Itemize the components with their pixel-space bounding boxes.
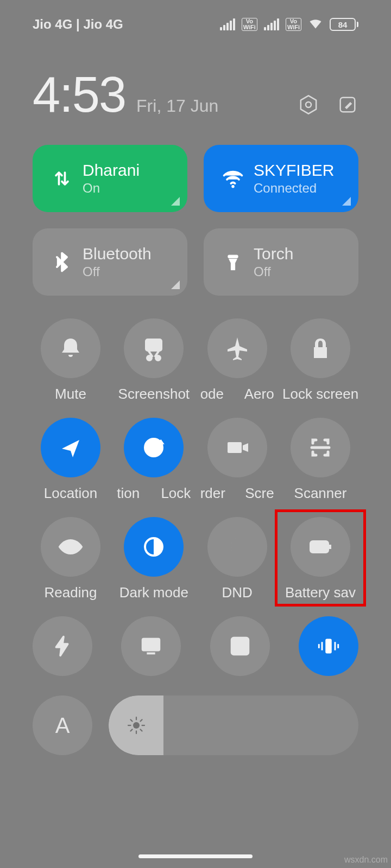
vowifi-sim1-icon: VoWiFi xyxy=(242,18,257,31)
minimize-icon xyxy=(228,634,253,659)
clock-row: 4:53 Fri, 17 Jun xyxy=(33,66,358,123)
scan-icon xyxy=(307,435,333,461)
svg-point-21 xyxy=(133,722,140,729)
aero-label-left: ode xyxy=(200,386,224,403)
lock-icon xyxy=(307,335,333,361)
svg-point-1 xyxy=(306,102,311,107)
airplane-toggle[interactable]: odeAero xyxy=(199,318,275,403)
svg-point-3 xyxy=(231,185,235,188)
eye-icon xyxy=(58,534,84,560)
mobile-data-icon xyxy=(47,167,77,190)
svg-point-7 xyxy=(156,356,160,360)
cast-toggle[interactable] xyxy=(121,616,181,676)
watermark: wsxdn.com xyxy=(344,855,388,865)
torch-sub: Off xyxy=(254,264,293,279)
dnd-label: DND xyxy=(199,584,275,601)
bluetooth-title: Bluetooth xyxy=(83,245,152,263)
settings-icon[interactable] xyxy=(298,94,319,118)
location-arrow-icon xyxy=(58,435,84,461)
screen-label-right: Scre xyxy=(245,485,274,502)
vibrate-toggle[interactable] xyxy=(299,616,358,676)
battery-percent: 84 xyxy=(330,18,356,31)
svg-rect-5 xyxy=(146,340,161,350)
mute-label: Mute xyxy=(33,386,109,403)
mobile-data-tile[interactable]: Dharani On xyxy=(33,145,187,212)
svg-rect-20 xyxy=(337,644,339,648)
aero-label-right: Aero xyxy=(244,386,274,403)
lockscreen-label: Lock screen xyxy=(282,386,358,403)
wifi-status-icon xyxy=(308,15,323,34)
screenshot-toggle[interactable]: Screenshot xyxy=(116,318,192,403)
scanner-label: Scanner xyxy=(282,485,358,502)
battery-saver-toggle[interactable]: Battery sav xyxy=(282,517,358,601)
wifi-title: SKYFIBER xyxy=(254,161,334,180)
screen-label-left: rder xyxy=(200,485,225,502)
mute-toggle[interactable]: Mute xyxy=(33,318,109,403)
svg-rect-18 xyxy=(318,644,320,648)
svg-rect-9 xyxy=(150,448,157,453)
orientation-lock-toggle[interactable]: tionLock xyxy=(116,418,192,502)
svg-rect-4 xyxy=(228,255,238,258)
signal-sim1-icon xyxy=(220,18,235,30)
svg-point-6 xyxy=(147,356,152,360)
mobile-data-sub: On xyxy=(83,181,140,196)
lock-label-right: Lock xyxy=(161,485,191,502)
boost-toggle[interactable] xyxy=(33,616,92,676)
status-right-cluster: VoWiFi VoWiFi 84 xyxy=(220,15,358,34)
scissors-icon xyxy=(141,335,167,361)
bolt-icon xyxy=(50,634,75,659)
edit-tiles-icon[interactable] xyxy=(337,94,358,118)
lockscreen-toggle[interactable]: Lock screen xyxy=(282,318,358,403)
bluetooth-sub: Off xyxy=(83,264,152,279)
svg-marker-0 xyxy=(301,95,316,113)
home-indicator[interactable] xyxy=(138,854,253,858)
expand-corner-icon[interactable] xyxy=(342,197,351,206)
wifi-tile[interactable]: SKYFIBER Connected xyxy=(204,145,358,212)
airplane-icon xyxy=(224,335,250,361)
expand-corner-icon[interactable] xyxy=(171,197,180,206)
floating-window-toggle[interactable] xyxy=(210,616,270,676)
svg-rect-17 xyxy=(321,642,323,650)
screenshot-label: Screenshot xyxy=(116,386,192,403)
expand-corner-icon[interactable] xyxy=(171,280,180,289)
wifi-icon xyxy=(218,167,248,190)
bluetooth-tile[interactable]: Bluetooth Off xyxy=(33,228,187,296)
bell-icon xyxy=(58,335,84,361)
screen-record-toggle[interactable]: rderScre xyxy=(199,418,275,502)
rotation-lock-icon xyxy=(141,435,167,461)
brightness-slider[interactable] xyxy=(109,695,358,755)
mobile-data-title: Dharani xyxy=(83,161,140,180)
dark-mode-toggle[interactable]: Dark mode xyxy=(116,517,192,601)
scanner-toggle[interactable]: Scanner xyxy=(282,418,358,502)
lock-label-left: tion xyxy=(117,485,140,502)
wifi-sub: Connected xyxy=(254,181,334,196)
torch-tile[interactable]: Torch Off xyxy=(204,228,358,296)
dark-mode-label: Dark mode xyxy=(116,584,192,601)
moon-icon xyxy=(224,534,250,560)
location-toggle[interactable]: Location xyxy=(33,418,109,502)
highlight-box xyxy=(275,509,366,607)
video-camera-icon xyxy=(224,435,250,461)
auto-brightness-button[interactable]: A xyxy=(33,695,92,755)
signal-sim2-icon xyxy=(264,18,279,30)
svg-rect-16 xyxy=(325,639,332,654)
display-icon xyxy=(138,634,163,659)
vowifi-sim2-icon: VoWiFi xyxy=(286,18,301,31)
svg-rect-19 xyxy=(335,642,336,650)
clock-date: Fri, 17 Jun xyxy=(136,96,218,116)
location-label: Location xyxy=(33,485,109,502)
contrast-icon xyxy=(141,534,167,560)
brightness-icon xyxy=(127,716,146,735)
svg-point-10 xyxy=(67,544,74,550)
vibrate-icon xyxy=(316,634,341,659)
dnd-toggle[interactable]: DND xyxy=(199,517,275,601)
clock-time: 4:53 xyxy=(33,66,125,123)
bluetooth-icon xyxy=(47,250,77,274)
carrier-label: Jio 4G | Jio 4G xyxy=(33,17,123,32)
reading-label: Reading xyxy=(33,584,109,601)
battery-status-icon: 84 xyxy=(330,18,358,31)
torch-icon xyxy=(218,250,248,274)
svg-rect-14 xyxy=(143,639,160,650)
reading-mode-toggle[interactable]: Reading xyxy=(33,517,109,601)
torch-title: Torch xyxy=(254,245,293,263)
